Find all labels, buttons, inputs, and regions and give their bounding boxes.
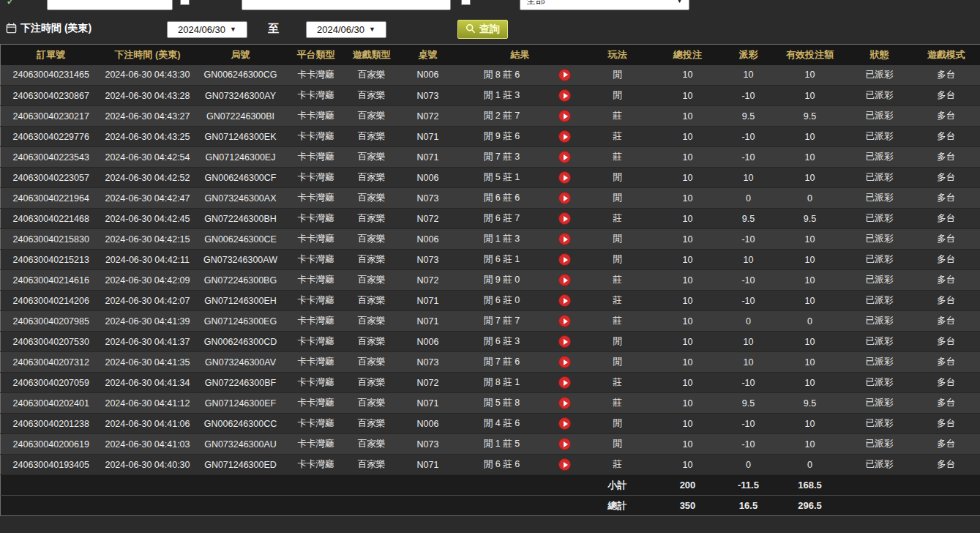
cell-mode: 多台 <box>913 229 980 250</box>
play-video-icon[interactable] <box>558 315 571 327</box>
cell-total_bet: 10 <box>652 209 724 229</box>
cell-payout: -10 <box>724 270 774 291</box>
cell-play_type: 莊 <box>583 209 652 229</box>
cell-round: GN073246300AV <box>194 352 288 373</box>
cell-status: 已派彩 <box>847 229 913 250</box>
cell-order: 240630040215830 <box>1 229 102 250</box>
cell-time: 2024-06-30 04:41:06 <box>102 414 194 434</box>
cell-result: 閒 1 莊 3 <box>457 229 547 250</box>
cell-round: GN073246300AW <box>194 250 288 270</box>
play-video-icon[interactable] <box>558 274 571 286</box>
play-video-icon[interactable] <box>558 89 571 102</box>
play-video-icon[interactable] <box>558 212 571 225</box>
cell-mode: 多台 <box>913 168 980 188</box>
date-from-value: 2024/06/30 <box>178 24 225 35</box>
play-video-icon[interactable] <box>558 110 571 122</box>
cell-platform: 卡卡灣廳 <box>288 209 345 229</box>
cell-valid_bet: 10 <box>774 352 847 373</box>
column-header: 下注時間 (美東) <box>102 45 194 65</box>
cell-total_bet: 10 <box>652 65 724 86</box>
cell-game: 百家樂 <box>345 229 399 250</box>
play-video-icon[interactable] <box>558 458 571 471</box>
cell-round: GN006246300CC <box>194 414 288 434</box>
play-video-icon[interactable] <box>558 417 571 430</box>
cell-result: 閒 6 莊 6 <box>457 188 547 209</box>
cell-table_no: N073 <box>399 434 457 455</box>
play-triangle <box>564 339 568 345</box>
column-header: 總投注 <box>652 45 724 65</box>
cell-order: 240630040230867 <box>1 86 102 106</box>
play-video-icon[interactable] <box>558 376 571 389</box>
footer-spacer <box>1 496 583 516</box>
play-video-icon[interactable] <box>558 171 571 184</box>
cell-order: 240630040193405 <box>1 455 102 475</box>
play-video-icon[interactable] <box>558 233 571 245</box>
cell-status: 已派彩 <box>847 373 913 393</box>
play-cell <box>547 106 583 127</box>
play-cell <box>547 352 583 373</box>
cell-result: 閒 6 莊 7 <box>457 209 547 229</box>
filter-input-1[interactable] <box>47 0 173 10</box>
checkbox-icon[interactable] <box>180 0 190 5</box>
cell-order: 240630040214616 <box>1 270 102 291</box>
play-video-icon[interactable] <box>558 130 571 143</box>
play-video-icon[interactable] <box>558 335 571 348</box>
table-row: 2406300402079852024-06-30 04:41:39GN0712… <box>1 311 980 332</box>
play-video-icon[interactable] <box>558 397 571 409</box>
play-video-icon[interactable] <box>558 294 571 307</box>
play-cell <box>547 250 583 270</box>
play-video-icon[interactable] <box>558 438 571 450</box>
table-row: 2406300402297762024-06-30 04:43:25GN0712… <box>1 127 980 147</box>
cell-mode: 多台 <box>913 147 980 168</box>
column-header: 派彩 <box>724 45 774 65</box>
cell-total_bet: 10 <box>652 332 724 352</box>
table-row: 2406300402075302024-06-30 04:41:37GN0062… <box>1 332 980 352</box>
play-triangle <box>564 195 568 201</box>
query-button[interactable]: 查詢 <box>457 20 508 39</box>
cell-valid_bet: 10 <box>774 434 847 455</box>
total-row: 總計 350 16.5 296.5 <box>1 496 980 516</box>
cell-table_no: N073 <box>399 352 457 373</box>
play-cell <box>547 393 583 414</box>
cell-game: 百家樂 <box>345 127 399 147</box>
chevron-down-icon: ▼ <box>230 26 236 33</box>
play-cell <box>547 65 583 86</box>
cell-mode: 多台 <box>913 209 980 229</box>
play-triangle <box>564 277 568 283</box>
table-row: 2406300402302172024-06-30 04:43:27GN0722… <box>1 106 980 127</box>
table-row: 2406300402308672024-06-30 04:43:28GN0732… <box>1 86 980 106</box>
play-cell <box>547 373 583 393</box>
total-valid-bet: 296.5 <box>774 496 847 516</box>
play-video-icon[interactable] <box>558 151 571 163</box>
date-from-select[interactable]: 2024/06/30 ▼ <box>167 21 247 38</box>
cell-round: GN006246300CE <box>194 229 288 250</box>
cell-mode: 多台 <box>913 106 980 127</box>
filter-select[interactable]: 全部 ▼ <box>520 0 689 10</box>
cell-game: 百家樂 <box>345 86 399 106</box>
filter-input-2[interactable] <box>242 0 451 10</box>
cell-platform: 卡卡灣廳 <box>288 332 345 352</box>
cell-order: 240630040207985 <box>1 311 102 332</box>
cell-platform: 卡卡灣廳 <box>288 188 345 209</box>
subtotal-row: 小計 200 -11.5 168.5 <box>1 475 980 496</box>
cell-valid_bet: 9.5 <box>774 209 847 229</box>
cell-order: 240630040207059 <box>1 373 102 393</box>
play-video-icon[interactable] <box>558 253 571 266</box>
cell-play_type: 莊 <box>583 311 652 332</box>
cell-play_type: 閒 <box>583 168 652 188</box>
cell-order: 240630040230217 <box>1 106 102 127</box>
cell-play_type: 閒 <box>583 229 652 250</box>
cell-game: 百家樂 <box>345 188 399 209</box>
cell-mode: 多台 <box>913 65 980 86</box>
cell-game: 百家樂 <box>345 352 399 373</box>
play-triangle <box>564 298 568 304</box>
cell-total_bet: 10 <box>652 270 724 291</box>
cell-result: 閒 1 莊 5 <box>457 434 547 455</box>
date-to-select[interactable]: 2024/06/30 ▼ <box>306 21 386 38</box>
play-video-icon[interactable] <box>558 192 571 204</box>
play-video-icon[interactable] <box>558 356 571 368</box>
checkbox-checked-icon[interactable]: ✓ <box>6 0 15 8</box>
cell-result: 閒 9 莊 6 <box>457 127 547 147</box>
cell-status: 已派彩 <box>847 270 913 291</box>
play-video-icon[interactable] <box>558 69 571 81</box>
